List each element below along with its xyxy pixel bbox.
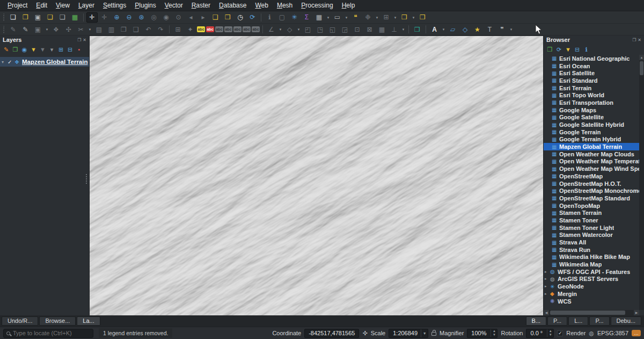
menu-item[interactable]: Mesh	[273, 1, 297, 10]
browser-item[interactable]: Mapzen Global Terrain	[544, 143, 639, 150]
favorites-icon[interactable]: ★	[472, 24, 483, 34]
select-by-area-icon[interactable]: ∠	[266, 24, 277, 34]
spin-arrows[interactable]: ▲▼	[491, 329, 497, 337]
diagram-grid-icon[interactable]: ▦	[376, 24, 387, 34]
browser-item[interactable]: OpenStreetMap	[544, 172, 639, 180]
text-annotation-icon[interactable]: T	[484, 24, 495, 34]
measure-dropdown[interactable]: ▾	[344, 12, 349, 23]
expand-all-icon[interactable]: ⊞	[56, 45, 65, 54]
add-selected-layers-icon[interactable]: ❒	[545, 45, 554, 54]
save-project-icon[interactable]: ▣	[32, 12, 43, 23]
messages-icon[interactable]: …	[632, 330, 641, 336]
select-features-icon[interactable]: ▢	[276, 12, 288, 23]
open-layer-styling-icon[interactable]: ✎	[2, 45, 11, 54]
copy-features-icon[interactable]: ❐	[118, 24, 129, 34]
crs-globe-icon[interactable]: ◍	[589, 330, 594, 337]
remove-layer-icon[interactable]: ▪	[75, 45, 84, 54]
save-project-as-icon[interactable]: ❏	[45, 12, 56, 23]
browser-item[interactable]: Stamen Toner	[544, 217, 639, 224]
browser-item[interactable]: Esri Topo World	[544, 91, 639, 99]
spin-up-icon[interactable]: ▲	[547, 329, 553, 333]
select-dropdown[interactable]: ▾	[278, 24, 283, 34]
browser-item[interactable]: ▸ ArcGIS REST Servers	[544, 276, 639, 283]
browser-item[interactable]: ▸ GeoNode	[544, 283, 639, 290]
browser-item[interactable]: Google Terrain Hybrid	[544, 136, 639, 143]
scroll-left-icon[interactable]: ◀	[544, 310, 549, 315]
browser-item[interactable]: Esri Transportation	[544, 99, 639, 106]
label-conflicts-icon[interactable]: abc	[206, 26, 214, 32]
statistics-icon[interactable]: Σ	[301, 12, 312, 23]
menu-item[interactable]: Database	[215, 1, 251, 10]
map-tips-icon[interactable]: ❝	[350, 12, 361, 23]
zoom-to-layer-icon[interactable]: ◉	[160, 12, 172, 23]
zoom-in-icon[interactable]: ⊕	[111, 12, 122, 23]
refresh-map-icon[interactable]: ⟳	[247, 12, 258, 23]
horizontal-scrollbar[interactable]: ◀ ▶	[544, 310, 639, 315]
paste-features-icon[interactable]: ❑	[130, 24, 142, 34]
open-project-icon[interactable]: ❐	[20, 12, 31, 23]
stream-digitizing-icon[interactable]: ✦	[185, 24, 196, 34]
pan-map-icon[interactable]: ✛	[86, 12, 98, 23]
dock-tab[interactable]: P...	[547, 316, 567, 326]
chevron-down-icon[interactable]: ▼	[421, 329, 428, 337]
menu-item[interactable]: Help	[338, 1, 360, 10]
menu-item[interactable]: Processing	[297, 1, 337, 10]
change-label-properties-icon[interactable]: abc	[252, 26, 260, 32]
browser-item[interactable]: Wikimedia Map	[544, 261, 639, 268]
browser-item[interactable]: Stamen Toner Light	[544, 224, 639, 232]
zoom-native-icon[interactable]: ⊙	[173, 12, 184, 23]
expand-arrow-icon[interactable]: ▸	[545, 292, 550, 296]
expand-arrow-icon[interactable]: ▸	[545, 284, 550, 288]
vertex-tool-dropdown[interactable]: ▾	[87, 24, 92, 34]
deselect-dropdown[interactable]: ▾	[296, 24, 301, 34]
locator-search[interactable]	[3, 329, 93, 338]
edit-tool-alt-icon[interactable]: ◲	[339, 24, 350, 34]
browser-item[interactable]: Open Weather Map Wind Speed	[544, 165, 639, 172]
manage-map-themes-icon[interactable]: ◉	[20, 45, 29, 54]
browser-item[interactable]: Stamen Watercolor	[544, 232, 639, 239]
data-source-manager-icon[interactable]: ❒	[399, 12, 410, 23]
menu-item[interactable]: Edit	[32, 1, 52, 10]
cad-tools-icon[interactable]: ⊞	[172, 24, 184, 34]
float-panel-icon[interactable]	[77, 38, 81, 42]
browser-item[interactable]: Esri Terrain	[544, 84, 639, 92]
move-diagram-icon[interactable]: ◰	[302, 24, 313, 34]
lock-scale-icon[interactable]	[431, 332, 436, 336]
node-annotation-icon[interactable]: ◇	[459, 24, 471, 34]
browser-item[interactable]: WCS	[544, 298, 639, 305]
menu-item[interactable]: Vector	[160, 1, 187, 10]
menu-item[interactable]: Layer	[74, 1, 99, 10]
scrollbar-thumb[interactable]	[550, 311, 625, 315]
identify-features-icon[interactable]: ℹ	[264, 12, 275, 23]
browser-item[interactable]: ▸ Mergin	[544, 290, 639, 298]
dock-tab[interactable]: L...	[568, 316, 588, 326]
annotation-dropdown[interactable]: ▾	[375, 12, 379, 23]
dock-tab[interactable]: Debu...	[611, 316, 641, 326]
expand-arrow-icon[interactable]: ▾	[2, 60, 8, 64]
rotate-label-icon[interactable]: abc	[243, 26, 251, 32]
spin-down-icon[interactable]: ▼	[491, 333, 497, 337]
coordinate-toggle-icon[interactable]: ✜	[362, 330, 367, 337]
move-label-icon[interactable]: abc	[233, 26, 241, 32]
collapse-all-icon[interactable]: ⊟	[65, 45, 75, 54]
filter-legend-expression-icon[interactable]: ▼	[38, 45, 47, 54]
add-group-icon[interactable]: ❐	[11, 45, 20, 54]
attribute-table-icon[interactable]: ▦	[313, 12, 325, 23]
new-print-layout-icon[interactable]: ❏	[57, 12, 68, 23]
browser-item[interactable]: OpenStreetMap Standard	[544, 194, 639, 202]
browser-item[interactable]: Open Weather Map Temperature	[544, 158, 639, 165]
show-hide-labels-icon[interactable]: abc	[224, 26, 232, 32]
panel-splitter-handle[interactable]	[86, 174, 90, 184]
browser-item[interactable]: Esri Ocean	[544, 62, 639, 70]
spin-up-icon[interactable]: ▲	[491, 329, 497, 333]
move-diagram-alt-icon[interactable]: ◳	[314, 24, 326, 34]
scale-combo[interactable]: 1:206849 ▼	[389, 329, 428, 338]
map-canvas[interactable]	[90, 35, 543, 315]
scroll-right-icon[interactable]: ▶	[634, 310, 639, 315]
browser-item[interactable]: Esri Standard	[544, 77, 639, 84]
browser-item[interactable]: Google Terrain	[544, 128, 639, 136]
new-annotation-icon[interactable]: ❉	[362, 12, 374, 23]
browser-item[interactable]: OpenStreetMap H.O.T.	[544, 180, 639, 187]
close-panel-icon[interactable]	[638, 38, 641, 42]
menu-item[interactable]: Web	[251, 1, 272, 10]
